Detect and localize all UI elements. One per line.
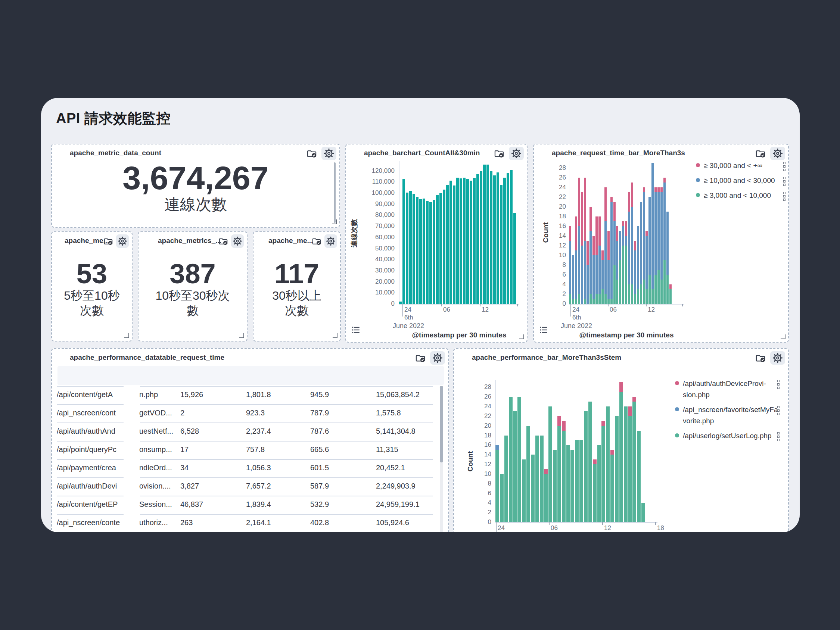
boxes-vertical-icon[interactable] [777, 380, 780, 389]
bar-segment-pink [557, 416, 561, 426]
bar-segment-green [616, 279, 618, 304]
x-tick [549, 522, 549, 525]
bar [459, 178, 462, 304]
y-tick-label: 20 [543, 203, 566, 210]
y-tick-label: 80,000 [350, 211, 395, 219]
legend-item[interactable]: ≥ 3,000 and < 10,000 [696, 190, 789, 201]
chart-countall[interactable]: 010,00020,00030,00040,00050,00060,00070,… [346, 144, 527, 342]
bar-segment-pink [595, 216, 598, 255]
panel-metric-30s[interactable]: apache_me... 117 30秒以上 次數 [253, 231, 341, 341]
metric-label: 30秒以上 次數 [272, 288, 321, 318]
y-tick-label: 18 [543, 213, 566, 220]
bar-segment-blue [578, 226, 580, 294]
y-tick-label: 28 [469, 383, 491, 391]
bar-segment-pink [610, 450, 614, 455]
table-cell: 3,827 [180, 482, 240, 490]
bar [490, 171, 493, 304]
panel-performance-bar-stem[interactable]: apache_performance_bar_MoreThan3sStem Co… [453, 348, 789, 532]
row-border [140, 477, 433, 478]
row-border [140, 441, 433, 442]
panel-metric-data-count[interactable]: apache_metric_data_count 3,674,267 連線次數 [51, 144, 340, 228]
x-context-month: June 2022 [393, 322, 424, 330]
resize-handle[interactable] [124, 333, 129, 338]
panel-datatable-request-time[interactable]: apache_performance_datatable_request_tim… [51, 348, 449, 532]
legend-list-icon[interactable] [539, 325, 548, 336]
bar-segment-blue [634, 250, 636, 294]
resize-handle[interactable] [781, 335, 785, 339]
metric-value: 117 [275, 259, 319, 289]
panel-request-time-bar[interactable]: apache_request_time_bar_MoreThan3s Count… [533, 144, 789, 343]
y-tick-label: 0 [543, 300, 566, 308]
table-cell: 6,528 [180, 427, 240, 436]
bar [466, 179, 469, 304]
bar [486, 164, 489, 304]
legend-item[interactable]: ≥ 30,000 and < +∞ [696, 160, 789, 171]
row-border [57, 496, 123, 496]
x-tick [602, 522, 603, 525]
legend-item[interactable]: /api/auth/authDeviceProvi-sion.php [675, 378, 783, 401]
resize-handle[interactable] [333, 333, 338, 338]
page-title: API 請求效能監控 [56, 109, 171, 128]
panel-metric-5s[interactable]: apache_me... 53 5秒至10秒 次數 [51, 231, 133, 341]
boxes-vertical-icon[interactable] [777, 432, 780, 441]
x-context-month: June 2022 [561, 322, 592, 330]
bar [426, 201, 429, 304]
bar [480, 171, 482, 304]
x-tick-label: 12 [482, 306, 489, 314]
legend-list-icon[interactable] [351, 325, 360, 336]
boxes-vertical-icon[interactable] [783, 192, 785, 201]
resize-handle[interactable] [519, 335, 524, 339]
y-tick-label: 60,000 [350, 234, 395, 241]
bar-segment-green [632, 402, 636, 522]
bar-segment-green [504, 436, 508, 522]
x-axis-title: @timestamp per 30 minutes [569, 331, 684, 339]
row-border [140, 496, 433, 496]
boxes-vertical-icon[interactable] [777, 406, 780, 415]
bar-segment-green [597, 445, 601, 522]
bar [470, 181, 472, 304]
x-tick [682, 304, 683, 306]
scrollbar[interactable] [334, 163, 336, 223]
bar-segment-pink [669, 284, 672, 289]
legend-item[interactable]: ≥ 10,000 and < 30,000 [696, 175, 789, 186]
legend-item[interactable]: /api_nscreen/favorite/setMyFa-vorite.php [675, 404, 783, 426]
scrollbar-thumb[interactable] [440, 386, 443, 463]
bar-segment-blue [496, 445, 499, 450]
legend-swatch [696, 178, 700, 182]
bar-segment-green [669, 289, 672, 304]
table-cell: 5,141,304.8 [376, 427, 439, 436]
bar-segment-green [657, 270, 660, 304]
boxes-vertical-icon[interactable] [783, 162, 785, 171]
resize-handle[interactable] [239, 333, 244, 338]
y-tick-label: 10,000 [350, 289, 395, 296]
panel-metric-10s[interactable]: apache_metrics_... 387 10秒至30秒次 數 [138, 231, 248, 341]
legend-label-line: vorite.php [683, 415, 779, 426]
row-border [57, 423, 123, 423]
table-cell: /api/point/queryPc [57, 445, 122, 454]
legend-swatch [696, 193, 700, 197]
bar [409, 191, 412, 304]
resize-handle[interactable] [332, 219, 337, 224]
table-cell: 2,237.4 [246, 427, 306, 436]
legend-label-line: sion.php [683, 389, 779, 401]
bar-segment-green [562, 431, 565, 522]
panel-barchart-countall[interactable]: apache_barchart_CountAll&30min 連線次數 010,… [345, 144, 527, 343]
legend-item[interactable]: /api/userlog/setUserLog.php [675, 430, 783, 442]
bar-segment-blue [595, 255, 598, 294]
y-tick-label: 26 [543, 174, 566, 182]
table-cell: onsump... [139, 445, 179, 454]
bar [450, 181, 452, 304]
table-cell: /api_nscreen/cont [57, 409, 122, 417]
y-tick-label: 16 [469, 441, 491, 448]
bar-segment-green [578, 294, 580, 304]
table-cell: 402.8 [310, 518, 370, 527]
bar-segment-pink [584, 178, 586, 241]
table-cell: 263 [180, 518, 240, 527]
boxes-vertical-icon[interactable] [783, 177, 785, 186]
bar-segment-green [634, 294, 636, 304]
bar-segment-green [637, 289, 639, 304]
y-tick-label: 22 [469, 412, 491, 420]
metric-value: 3,674,267 [122, 161, 269, 195]
y-tick-label: 2 [469, 509, 491, 516]
y-tick-label: 8 [543, 261, 566, 269]
